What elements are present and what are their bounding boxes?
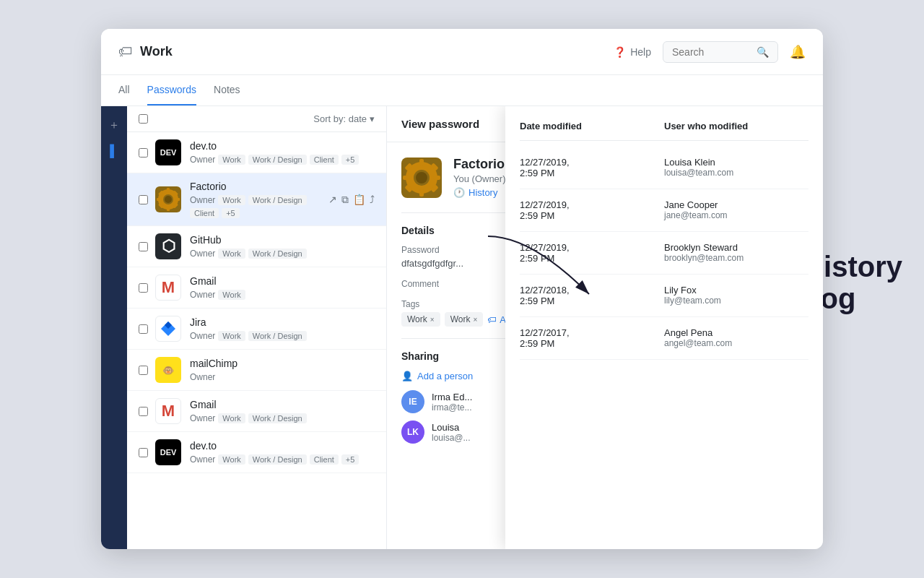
- item-checkbox[interactable]: [139, 195, 148, 204]
- list-item[interactable]: Jira Owner Work Work / Design: [127, 309, 386, 350]
- app-window: 🏷 Work ❓ Help 🔍 🔔 All Passwords Notes: [101, 29, 823, 549]
- item-meta: Owner: [190, 372, 375, 382]
- history-user: Brooklyn Steward brooklyn@team.com: [664, 242, 808, 263]
- history-user-email: lily@team.com: [664, 296, 808, 306]
- svg-point-21: [416, 172, 427, 184]
- svg-rect-15: [403, 176, 410, 180]
- tab-all[interactable]: All: [118, 75, 130, 105]
- svg-rect-5: [175, 198, 180, 201]
- sidebar-bar-icon[interactable]: ▌: [110, 144, 118, 158]
- history-user-email: angel@team.com: [664, 338, 808, 348]
- history-user-name: Brooklyn Steward: [664, 242, 808, 253]
- item-tag: Work: [218, 290, 245, 300]
- list-item-factorio[interactable]: Factorio Owner Work Work / Design Client…: [127, 173, 386, 226]
- item-name: dev.to: [190, 440, 375, 452]
- item-owner: Owner: [190, 331, 215, 341]
- item-actions: ↗ ⧉ 📋 ⤴: [328, 194, 375, 206]
- history-date: 12/27/2019,2:59 PM: [520, 199, 664, 221]
- search-input[interactable]: [672, 46, 751, 58]
- item-tag: Work / Design: [248, 249, 307, 259]
- item-meta: Owner Work Work / Design Client +5: [190, 195, 328, 218]
- content-area: ＋ ▌ Sort by: date ▾ DEV: [101, 106, 823, 549]
- item-info: dev.to Owner Work Work / Design Client +…: [190, 140, 375, 165]
- list-item[interactable]: M Gmail Owner Work: [127, 267, 386, 309]
- item-logo: M: [155, 398, 181, 424]
- history-user-name: Lily Fox: [664, 285, 808, 296]
- item-checkbox[interactable]: [139, 366, 148, 375]
- item-meta: Owner Work: [190, 290, 375, 300]
- item-tag: Client: [310, 155, 339, 165]
- header-title: Work: [140, 44, 173, 59]
- left-sidebar: ＋ ▌: [101, 106, 127, 549]
- copy-icon[interactable]: ⧉: [341, 194, 349, 206]
- list-item[interactable]: DEV dev.to Owner Work Work / Design Clie…: [127, 432, 386, 473]
- history-table: Date modified User who modified 12/27/20…: [505, 106, 823, 374]
- remove-tag-button[interactable]: ×: [473, 316, 477, 324]
- remove-tag-button[interactable]: ×: [430, 316, 435, 324]
- gmail-logo-icon: M: [162, 402, 175, 420]
- history-row: 12/27/2018,2:59 PM Lily Fox lily@team.co…: [520, 275, 808, 317]
- history-user: Jane Cooper jane@team.com: [664, 199, 808, 220]
- item-checkbox[interactable]: [139, 283, 148, 293]
- item-info: Gmail Owner Work Work / Design: [190, 399, 375, 423]
- item-logo: 🐵: [155, 357, 181, 383]
- item-tag: Client: [190, 208, 219, 218]
- item-owner: Owner: [190, 454, 215, 465]
- sort-button[interactable]: Sort by: date ▾: [313, 113, 375, 124]
- item-checkbox[interactable]: [139, 407, 148, 416]
- external-link-icon[interactable]: ↗: [328, 194, 337, 205]
- search-box[interactable]: 🔍: [663, 41, 778, 63]
- copy-alt-icon[interactable]: 📋: [353, 194, 365, 205]
- item-logo: M: [155, 275, 181, 301]
- list-item[interactable]: M Gmail Owner Work Work / Design: [127, 391, 386, 432]
- person-add-icon: 👤: [401, 371, 413, 381]
- list-item[interactable]: ⬡ GitHub Owner Work Work / Design: [127, 226, 386, 267]
- item-meta: Owner Work Work / Design: [190, 249, 375, 259]
- item-info: Factorio Owner Work Work / Design Client…: [190, 181, 328, 218]
- item-tag: Work: [218, 249, 245, 259]
- avatar: LK: [401, 420, 424, 444]
- tab-notes[interactable]: Notes: [214, 75, 240, 105]
- notification-bell-button[interactable]: 🔔: [790, 44, 806, 60]
- history-user: Lily Fox lily@team.com: [664, 285, 808, 306]
- history-user-email: louisa@team.com: [664, 168, 808, 178]
- svg-rect-4: [157, 198, 162, 201]
- history-user-email: brooklyn@team.com: [664, 253, 808, 263]
- select-all-checkbox[interactable]: [139, 114, 148, 124]
- detail-panel: View password ×: [387, 106, 823, 549]
- tag-icon: 🏷: [118, 43, 133, 60]
- item-logo: [155, 316, 181, 342]
- history-icon: 🕐: [453, 187, 465, 198]
- item-tag: Work: [218, 331, 245, 341]
- history-user: Angel Pena angel@team.com: [664, 327, 808, 348]
- history-date: 12/27/2019,2:59 PM: [520, 242, 664, 264]
- chevron-down-icon: ▾: [370, 113, 375, 124]
- avatar: IE: [401, 390, 424, 413]
- history-user-email: jane@team.com: [664, 210, 808, 220]
- item-tag: +5: [341, 155, 359, 165]
- item-checkbox[interactable]: [139, 148, 148, 158]
- list-item[interactable]: DEV dev.to Owner Work Work / Design Clie…: [127, 132, 386, 173]
- item-tag: +5: [341, 454, 359, 465]
- svg-rect-13: [419, 159, 424, 166]
- item-tag: Work: [218, 155, 245, 165]
- item-name: Factorio: [190, 181, 328, 192]
- search-icon: 🔍: [757, 46, 769, 58]
- item-info: Jira Owner Work Work / Design: [190, 316, 375, 341]
- history-col-user: User who modified: [664, 121, 808, 131]
- item-checkbox[interactable]: [139, 448, 148, 457]
- share-icon[interactable]: ⤴: [370, 194, 375, 205]
- item-logo: ⬡: [155, 233, 181, 259]
- help-button[interactable]: ❓ Help: [614, 46, 651, 58]
- item-checkbox[interactable]: [139, 242, 148, 251]
- tab-passwords[interactable]: Passwords: [147, 75, 196, 105]
- item-name: mailChimp: [190, 358, 375, 369]
- item-tag: Work / Design: [248, 331, 307, 341]
- list-item[interactable]: 🐵 mailChimp Owner: [127, 350, 386, 391]
- history-user-name: Angel Pena: [664, 327, 808, 338]
- item-checkbox[interactable]: [139, 324, 148, 334]
- item-owner: Owner: [190, 413, 215, 423]
- sidebar-add-icon[interactable]: ＋: [108, 118, 120, 133]
- add-person-button[interactable]: 👤 Add a person: [401, 371, 473, 381]
- item-tag: Work: [218, 413, 245, 423]
